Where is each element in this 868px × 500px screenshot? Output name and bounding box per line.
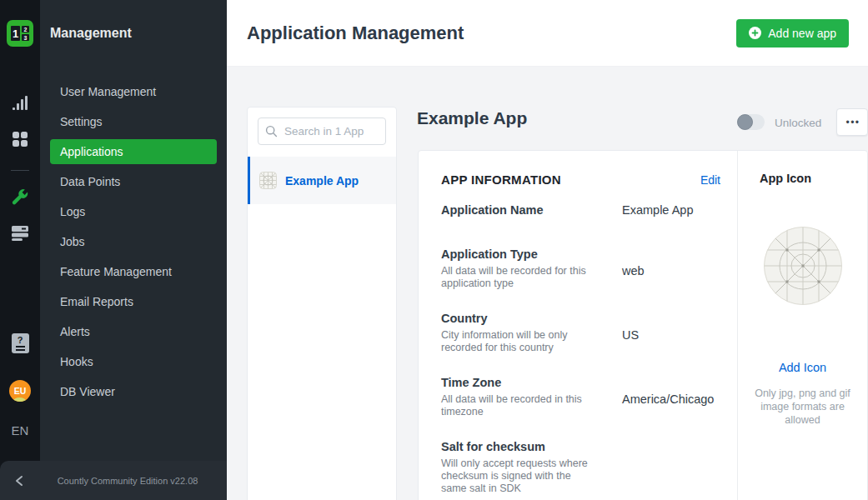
language-selector[interactable]: EN: [0, 423, 40, 438]
app-list-panel: Example App: [247, 107, 397, 500]
field-application-name: Application Name Example App: [441, 203, 720, 218]
wrench-icon: [11, 188, 29, 206]
sidebar-item-applications[interactable]: Applications: [50, 139, 217, 164]
field-label: Application Type: [441, 248, 622, 262]
rail-divider: [11, 170, 29, 171]
app-information-section: APP INFORMATION Edit Application Name Ex…: [419, 151, 738, 500]
plus-circle-icon: [749, 27, 761, 39]
user-avatar-button[interactable]: EU: [0, 380, 40, 402]
field-value: Example App: [622, 203, 720, 218]
app-information-card: APP INFORMATION Edit Application Name Ex…: [418, 150, 868, 500]
svg-text:3: 3: [24, 35, 28, 41]
field-description: All data will be recorded in this timezo…: [441, 393, 591, 418]
page-header: Application Management Add new app: [227, 0, 868, 67]
analytics-nav[interactable]: [0, 95, 40, 112]
app-window: 1 2 3: [0, 0, 868, 500]
field-label: Time Zone: [441, 376, 622, 390]
countly-logo[interactable]: 1 2 3: [0, 20, 40, 47]
main-content: Example App Example App Unlocked ••• APP…: [227, 67, 868, 500]
field-salt-for-checksum: Salt for checksum Will only accept reque…: [441, 440, 720, 495]
sidebar-item-jobs[interactable]: Jobs: [50, 227, 217, 257]
field-value: [622, 440, 720, 495]
app-icon-section: App Icon: [738, 151, 867, 500]
sidebar-item-settings[interactable]: Settings: [50, 107, 217, 137]
field-time-zone: Time Zone All data will be recorded in t…: [441, 376, 720, 418]
sidebar-item-db-viewer[interactable]: DB Viewer: [50, 377, 217, 407]
field-label: Application Name: [441, 203, 622, 218]
server-icon: [11, 225, 29, 242]
sidebar-item-logs[interactable]: Logs: [50, 197, 217, 227]
app-detail-title: Example App: [417, 108, 527, 128]
field-description: All data will be recorded for this appli…: [441, 265, 591, 290]
svg-text:1: 1: [13, 28, 18, 40]
app-list-item-name: Example App: [285, 174, 359, 188]
app-list-item-selected[interactable]: Example App: [248, 157, 396, 204]
add-new-app-label: Add new app: [768, 27, 836, 40]
app-search: [258, 118, 386, 145]
lock-toggle[interactable]: [737, 114, 765, 130]
sidebar-item-email-reports[interactable]: Email Reports: [50, 287, 217, 317]
sidebar-menu-panel: Management User Management Settings Appl…: [40, 0, 227, 500]
page-title: Application Management: [247, 22, 736, 44]
bar-chart-icon: [12, 95, 28, 112]
sidebar-item-alerts[interactable]: Alerts: [50, 317, 217, 347]
add-icon-link[interactable]: Add Icon: [738, 361, 867, 374]
field-value: US: [622, 312, 720, 354]
sidebar-item-hooks[interactable]: Hooks: [50, 347, 217, 377]
field-description: Will only accept requests where checksum…: [441, 458, 591, 495]
management-nav-list: User Management Settings Applications Da…: [40, 77, 227, 407]
field-value: America/Chicago: [622, 376, 720, 418]
default-app-icon: [259, 172, 277, 189]
avatar: EU: [9, 380, 31, 402]
field-application-type: Application Type All data will be record…: [441, 248, 720, 290]
svg-text:2: 2: [24, 27, 28, 32]
field-label: Salt for checksum: [441, 440, 622, 454]
sidebar-footer: Countly Community Edition v22.08: [0, 461, 227, 500]
lock-state-label: Unlocked: [775, 117, 821, 129]
field-label: Country: [441, 312, 622, 326]
icon-format-hint: Only jpg, png and gif image formats are …: [745, 387, 861, 427]
apps-nav[interactable]: [0, 131, 40, 148]
more-options-button[interactable]: •••: [836, 108, 868, 136]
avatar-initials: EU: [14, 386, 27, 396]
apps-grid-icon: [12, 131, 28, 148]
field-country: Country City information will be only re…: [441, 312, 720, 354]
sidebar-item-user-management[interactable]: User Management: [50, 77, 217, 107]
language-label: EN: [12, 423, 29, 438]
edit-link[interactable]: Edit: [700, 173, 720, 187]
data-manager-nav[interactable]: [0, 225, 40, 242]
app-icon-placeholder: [764, 227, 842, 308]
edition-version-label: Countly Community Edition v22.08: [40, 476, 227, 486]
add-new-app-button[interactable]: Add new app: [736, 19, 849, 48]
search-icon: [265, 125, 278, 138]
field-value: web: [622, 248, 720, 290]
countly-logo-icon: 1 2 3: [7, 20, 33, 47]
toggle-knob: [737, 114, 753, 130]
default-app-icon-large: [764, 227, 842, 305]
help-icon: ?: [12, 333, 29, 353]
field-description: City information will be only recorded f…: [441, 329, 591, 354]
chevron-left-icon: [14, 475, 26, 487]
collapse-sidebar-button[interactable]: [0, 475, 40, 487]
sidebar-icon-rail: 1 2 3: [0, 0, 40, 500]
menu-title: Management: [50, 26, 132, 41]
app-icon-title: App Icon: [760, 172, 867, 185]
section-title: APP INFORMATION: [441, 172, 561, 187]
ellipsis-icon: •••: [844, 117, 860, 128]
sidebar-item-data-points[interactable]: Data Points: [50, 167, 217, 197]
management-nav-active[interactable]: [0, 188, 40, 206]
help-button[interactable]: ?: [0, 333, 40, 353]
sidebar-item-feature-management[interactable]: Feature Management: [50, 257, 217, 287]
